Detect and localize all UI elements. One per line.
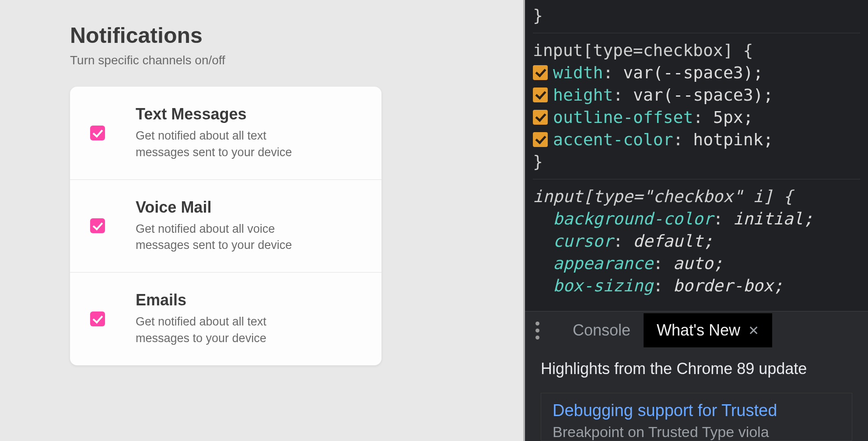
row-desc: Get notified about all text messages to … — [136, 314, 319, 347]
toggle-declaration-checkbox[interactable] — [533, 132, 548, 147]
style-rule-prev-close: } — [533, 4, 860, 33]
tab-label: What's New — [657, 321, 740, 340]
whatsnew-highlights: Highlights from the Chrome 89 update — [541, 360, 852, 378]
row-desc: Get notified about all text messages sen… — [136, 128, 319, 161]
devtools-pane: } input[type=checkbox] { width: var(--sp… — [525, 0, 868, 441]
rule-close-brace: } — [533, 150, 860, 173]
whatsnew-subtext: Breakpoint on Trusted Type viola — [553, 424, 840, 441]
rule-declaration: appearance: auto; — [533, 252, 860, 275]
checkbox-emails[interactable] — [90, 312, 105, 326]
section-subtitle: Turn specific channels on/off — [70, 53, 453, 67]
whatsnew-link[interactable]: Debugging support for Trusted — [553, 401, 840, 420]
kebab-icon[interactable] — [533, 319, 542, 342]
style-rule-ua-checkbox: input[type="checkbox" i] { background-co… — [533, 186, 860, 303]
rule-close-brace: } — [533, 4, 860, 27]
rule-declaration[interactable]: outline-offset: 5px; — [533, 106, 860, 129]
preview-inner: Notifications Turn specific channels on/… — [0, 0, 523, 388]
rule-selector[interactable]: input[type="checkbox" i] { — [533, 186, 860, 208]
row-title: Voice Mail — [136, 198, 319, 217]
notification-row-voice-mail: Voice Mail Get notified about all voice … — [70, 180, 382, 273]
preview-pane: Notifications Turn specific channels on/… — [0, 0, 525, 441]
rule-declaration[interactable]: height: var(--space3); — [533, 84, 860, 106]
devtools-drawer: Console What's New ✕ Highlights from the… — [525, 311, 868, 441]
drawer-body: Highlights from the Chrome 89 update Deb… — [525, 349, 868, 441]
rule-declaration: box-sizing: border-box; — [533, 275, 860, 297]
style-rule-checkbox: input[type=checkbox] { width: var(--spac… — [533, 39, 860, 179]
rule-declaration: background-color: initial; — [533, 208, 860, 230]
row-text: Text Messages Get notified about all tex… — [136, 105, 319, 161]
notification-row-emails: Emails Get notified about all text messa… — [70, 273, 382, 365]
close-icon[interactable]: ✕ — [748, 323, 759, 338]
section-title: Notifications — [70, 23, 453, 48]
checkbox-text-messages[interactable] — [90, 126, 105, 140]
rule-declaration: cursor: default; — [533, 230, 860, 252]
styles-panel[interactable]: } input[type=checkbox] { width: var(--sp… — [525, 0, 868, 311]
row-text: Emails Get notified about all text messa… — [136, 291, 319, 347]
toggle-declaration-checkbox[interactable] — [533, 88, 548, 102]
toggle-declaration-checkbox[interactable] — [533, 65, 548, 80]
tab-console[interactable]: Console — [560, 313, 644, 347]
row-title: Text Messages — [136, 105, 319, 123]
toggle-declaration-checkbox[interactable] — [533, 110, 548, 125]
notification-row-text-messages: Text Messages Get notified about all tex… — [70, 87, 382, 180]
checkbox-voice-mail[interactable] — [90, 218, 105, 233]
whatsnew-card: Debugging support for Trusted Breakpoint… — [541, 393, 852, 441]
row-title: Emails — [136, 291, 319, 309]
notifications-card: Text Messages Get notified about all tex… — [70, 87, 382, 365]
drawer-tabs: Console What's New ✕ — [525, 312, 868, 349]
row-desc: Get notified about all voice messages se… — [136, 221, 319, 254]
row-text: Voice Mail Get notified about all voice … — [136, 198, 319, 254]
rule-declaration[interactable]: accent-color: hotpink; — [533, 129, 860, 151]
rule-declaration[interactable]: width: var(--space3); — [533, 62, 860, 84]
rule-selector[interactable]: input[type=checkbox] { — [533, 39, 860, 62]
tab-whats-new[interactable]: What's New ✕ — [644, 313, 772, 347]
